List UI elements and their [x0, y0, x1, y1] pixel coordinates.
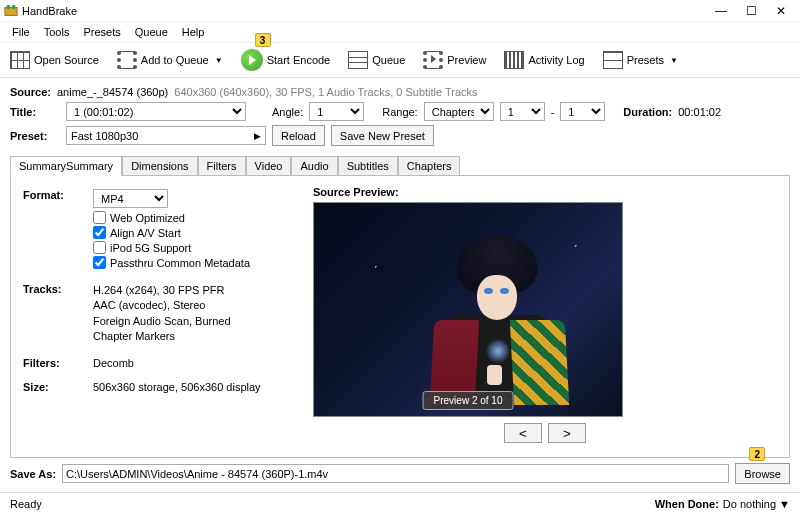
start-encode-label: Start Encode: [267, 54, 331, 66]
passthru-checkbox[interactable]: Passthru Common Metadata: [93, 256, 293, 269]
add-to-queue-button[interactable]: Add to Queue ▼: [113, 49, 227, 71]
queue-button[interactable]: Queue: [344, 49, 409, 71]
svg-rect-2: [12, 4, 16, 8]
close-button[interactable]: ✕: [766, 1, 796, 21]
duration-value: 00:01:02: [678, 106, 721, 118]
open-source-label: Open Source: [34, 54, 99, 66]
ipod-label: iPod 5G Support: [110, 242, 191, 254]
when-done-label: When Done:: [655, 498, 719, 510]
preview-prev-button[interactable]: <: [504, 423, 542, 443]
tab-filters[interactable]: Filters: [198, 156, 246, 175]
preview-counter: Preview 2 of 10: [423, 391, 514, 410]
preview-label: Preview: [447, 54, 486, 66]
menu-file[interactable]: File: [6, 24, 36, 40]
ipod-checkbox[interactable]: iPod 5G Support: [93, 241, 293, 254]
range-type-select[interactable]: Chapters: [424, 102, 494, 121]
duration-label: Duration:: [623, 106, 672, 118]
summary-right: Source Preview: Preview 2 of 10 < >: [313, 186, 777, 443]
source-info: 640x360 (640x360), 30 FPS, 1 Audio Track…: [174, 86, 477, 98]
angle-select[interactable]: 1: [309, 102, 364, 121]
app-icon: [4, 4, 18, 18]
preview-button[interactable]: Preview: [419, 49, 490, 71]
source-label: Source:: [10, 86, 51, 98]
align-av-label: Align A/V Start: [110, 227, 181, 239]
preset-select[interactable]: Fast 1080p30 ▶: [66, 126, 266, 145]
source-name: anime_-_84574 (360p): [57, 86, 168, 98]
play-icon: [241, 49, 263, 71]
status-text: Ready: [10, 498, 42, 510]
format-label: Format:: [23, 189, 93, 208]
track-line: Foreign Audio Scan, Burned: [93, 314, 293, 329]
range-from-select[interactable]: 1: [500, 102, 545, 121]
chevron-down-icon: ▼: [215, 56, 223, 65]
chevron-right-icon: ▶: [254, 131, 261, 141]
preview-next-button[interactable]: >: [548, 423, 586, 443]
menu-help[interactable]: Help: [176, 24, 211, 40]
save-as-label: Save As:: [10, 468, 56, 480]
maximize-button[interactable]: ☐: [736, 1, 766, 21]
menu-queue[interactable]: Queue: [129, 24, 174, 40]
queue-icon: [348, 51, 368, 69]
statusbar: Ready When Done: Do nothing ▼: [0, 492, 800, 514]
activity-log-label: Activity Log: [528, 54, 584, 66]
presets-icon: [603, 51, 623, 69]
source-preview-label: Source Preview:: [313, 186, 777, 198]
tabs: SummarySummary Dimensions Filters Video …: [10, 156, 790, 176]
range-dash: -: [551, 106, 555, 118]
tracks-list: H.264 (x264), 30 FPS PFR AAC (avcodec), …: [93, 283, 293, 345]
callout-2: 2: [749, 447, 765, 461]
filters-label: Filters:: [23, 357, 93, 369]
callout-3: 3: [255, 33, 271, 47]
activity-log-icon: [504, 51, 524, 69]
add-queue-label: Add to Queue: [141, 54, 209, 66]
track-line: AAC (avcodec), Stereo: [93, 298, 293, 313]
tab-video[interactable]: Video: [246, 156, 292, 175]
minimize-button[interactable]: —: [706, 1, 736, 21]
start-encode-button[interactable]: 3 Start Encode: [237, 47, 335, 73]
passthru-label: Passthru Common Metadata: [110, 257, 250, 269]
presets-label: Presets: [627, 54, 664, 66]
format-select[interactable]: MP4: [93, 189, 168, 208]
tab-dimensions[interactable]: Dimensions: [122, 156, 197, 175]
browse-button[interactable]: Browse: [735, 463, 790, 484]
tab-subtitles[interactable]: Subtitles: [338, 156, 398, 175]
tab-chapters[interactable]: Chapters: [398, 156, 461, 175]
save-as-input[interactable]: [62, 464, 729, 483]
menu-tools[interactable]: Tools: [38, 24, 76, 40]
tracks-label: Tracks:: [23, 283, 93, 345]
size-value: 506x360 storage, 506x360 display: [93, 381, 293, 393]
web-optimized-checkbox[interactable]: Web Optimized: [93, 211, 293, 224]
range-to-select[interactable]: 1: [560, 102, 605, 121]
queue-label: Queue: [372, 54, 405, 66]
reload-preset-button[interactable]: Reload: [272, 125, 325, 146]
menubar: File Tools Presets Queue Help: [0, 22, 800, 43]
tab-body-summary: Format: MP4 Web Optimized Align A/V Star…: [10, 176, 790, 458]
presets-button[interactable]: Presets ▼: [599, 49, 682, 71]
when-done-value[interactable]: Do nothing ▼: [723, 498, 790, 510]
web-optimized-label: Web Optimized: [110, 212, 185, 224]
track-line: Chapter Markers: [93, 329, 293, 344]
angle-label: Angle:: [272, 106, 303, 118]
title-label: Title:: [10, 106, 60, 118]
svg-rect-1: [7, 4, 11, 8]
range-label: Range:: [382, 106, 417, 118]
tab-audio[interactable]: Audio: [291, 156, 337, 175]
open-source-button[interactable]: Open Source: [6, 49, 103, 71]
activity-log-button[interactable]: Activity Log: [500, 49, 588, 71]
tab-summary[interactable]: SummarySummary: [10, 156, 122, 176]
titlebar: HandBrake — ☐ ✕: [0, 0, 800, 22]
save-new-preset-button[interactable]: Save New Preset: [331, 125, 434, 146]
preset-selected: Fast 1080p30: [71, 130, 138, 142]
track-line: H.264 (x264), 30 FPS PFR: [93, 283, 293, 298]
film-grid-icon: [10, 51, 30, 69]
align-av-checkbox[interactable]: Align A/V Start: [93, 226, 293, 239]
film-add-icon: [117, 51, 137, 69]
window-title: HandBrake: [22, 5, 706, 17]
preset-label: Preset:: [10, 130, 60, 142]
size-label: Size:: [23, 381, 93, 393]
title-select[interactable]: 1 (00:01:02): [66, 102, 246, 121]
chevron-down-icon: ▼: [670, 56, 678, 65]
filters-value: Decomb: [93, 357, 293, 369]
chevron-down-icon: ▼: [779, 498, 790, 510]
menu-presets[interactable]: Presets: [77, 24, 126, 40]
